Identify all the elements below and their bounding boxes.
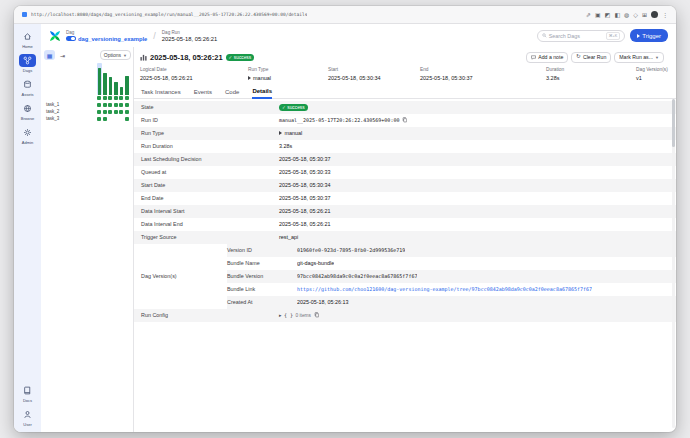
tab-details[interactable]: Details xyxy=(252,88,272,99)
task-instance-square[interactable] xyxy=(97,110,101,114)
extension-icon-1[interactable]: ▣ xyxy=(595,12,601,18)
run-duration-bar[interactable] xyxy=(109,77,113,95)
task-instance-square[interactable] xyxy=(97,103,101,107)
extension-icon-3[interactable]: ◧ xyxy=(614,12,620,18)
mark-run-label: Mark Run as... xyxy=(619,54,653,60)
extension-icon-5[interactable]: ◇ xyxy=(633,12,638,18)
task-instance-square[interactable] xyxy=(108,110,112,114)
expand-icon[interactable]: ▸ xyxy=(279,312,282,318)
sidebar-item-browse[interactable]: Browse xyxy=(14,102,41,121)
grid-view-button[interactable]: ▦ xyxy=(44,50,55,60)
trigger-button[interactable]: Trigger xyxy=(630,29,668,42)
sidebar-item-admin[interactable]: Admin xyxy=(14,126,41,145)
assets-icon xyxy=(19,78,36,91)
task-instance-square xyxy=(119,117,123,121)
sidebar-item-dags[interactable]: Dags xyxy=(14,54,41,73)
dag-run-column[interactable] xyxy=(119,63,124,95)
share-icon[interactable]: ⇗ xyxy=(586,12,591,18)
run-state-slot xyxy=(108,96,113,101)
browser-window: http://localhost:8080/dags/dag_versionin… xyxy=(14,6,676,432)
user-icon xyxy=(19,408,36,421)
details-table: State ✓ success Run ID manual__2025-05-1… xyxy=(134,101,676,322)
task-instance-square[interactable] xyxy=(119,110,123,114)
add-note-button[interactable]: Add a note xyxy=(526,52,568,63)
task-instance-square[interactable] xyxy=(125,110,129,114)
nav-rail: Home Dags Assets Browse xyxy=(14,24,41,432)
address-bar[interactable]: http://localhost:8080/dags/dag_versionin… xyxy=(31,12,307,17)
run-state-slot xyxy=(103,96,108,101)
run-duration-bar[interactable] xyxy=(98,68,102,95)
task-instance-square[interactable] xyxy=(125,117,129,121)
sidebar-label: Assets xyxy=(21,92,33,97)
mark-run-as-button[interactable]: Mark Run as... ▼ xyxy=(614,52,664,63)
extension-icon-4[interactable]: ◍ xyxy=(624,12,629,18)
profile-avatar[interactable] xyxy=(651,11,658,18)
tab-task-instances[interactable]: Task Instances xyxy=(141,89,181,98)
run-duration-bar[interactable] xyxy=(125,76,129,95)
run-state-square[interactable] xyxy=(119,96,123,100)
app-header: Dag dag_versioning_example / Dag Run 202… xyxy=(41,24,676,47)
task-name[interactable]: task_3 xyxy=(44,116,97,121)
task-instance-square[interactable] xyxy=(114,110,118,114)
sidebar-item-docs[interactable]: Docs xyxy=(14,384,41,403)
dag-run-column[interactable] xyxy=(103,63,108,95)
clear-run-button[interactable]: ↻ Clear Run xyxy=(571,52,611,63)
task-instance-square[interactable] xyxy=(114,103,118,107)
task-name[interactable]: task_1 xyxy=(44,102,97,107)
copy-icon[interactable] xyxy=(314,312,320,318)
dag-run-column[interactable] xyxy=(97,63,102,95)
scrollbar-thumb[interactable] xyxy=(672,99,675,147)
bundle-link[interactable]: https://github.com/choo121600/dag-versio… xyxy=(297,286,592,292)
search-shortcut-hint: ⌘+K xyxy=(606,32,620,40)
tab-events[interactable]: Events xyxy=(194,89,212,98)
task-instance-square[interactable] xyxy=(119,103,123,107)
task-instance-square[interactable] xyxy=(125,103,129,107)
run-state-square[interactable] xyxy=(114,96,118,100)
airflow-logo-icon[interactable] xyxy=(49,30,61,42)
copy-icon[interactable] xyxy=(402,117,408,123)
sidebar-item-assets[interactable]: Assets xyxy=(14,78,41,97)
task-name[interactable]: task_2 xyxy=(44,109,97,114)
extension-icon-2[interactable]: ◩ xyxy=(605,12,611,18)
run-state-square[interactable] xyxy=(125,96,129,100)
run-state-slot xyxy=(119,96,124,101)
task-instance-square[interactable] xyxy=(108,103,112,107)
table-row-trigger-source: Trigger Source rest_api xyxy=(134,231,676,244)
task-instance-square[interactable] xyxy=(97,117,101,121)
options-dropdown[interactable]: Options ▼ xyxy=(100,50,131,60)
run-state-square[interactable] xyxy=(97,96,101,100)
run-state-square[interactable] xyxy=(108,96,112,100)
menu-icon[interactable]: ⋮ xyxy=(662,12,668,18)
run-duration-bar[interactable] xyxy=(120,87,124,95)
clear-run-label: Clear Run xyxy=(583,54,606,60)
extensions-puzzle-icon[interactable]: ⊞ xyxy=(642,12,647,18)
run-state-square[interactable] xyxy=(103,96,107,100)
task-instance-slot xyxy=(119,110,124,114)
dag-run-column[interactable] xyxy=(108,63,113,95)
add-note-label: Add a note xyxy=(538,54,563,60)
collapse-panel-button[interactable]: ⇥ xyxy=(57,50,68,60)
options-label: Options xyxy=(104,52,121,58)
table-row-state: State ✓ success xyxy=(134,101,676,114)
dag-name-link[interactable]: dag_versioning_example xyxy=(78,36,147,42)
dag-run-column[interactable] xyxy=(114,63,119,95)
run-duration-bar[interactable] xyxy=(103,73,107,95)
sidebar-item-home[interactable]: Home xyxy=(14,30,41,49)
sidebar-item-user[interactable]: User xyxy=(14,408,41,427)
browse-icon xyxy=(19,102,36,115)
task-instance-square[interactable] xyxy=(103,110,107,114)
dag-pause-toggle[interactable] xyxy=(66,36,76,42)
run-duration-bar[interactable] xyxy=(114,82,118,95)
browser-toolbar: http://localhost:8080/dags/dag_versionin… xyxy=(14,6,676,24)
scrollbar[interactable] xyxy=(672,99,675,428)
dag-run-column[interactable] xyxy=(125,63,130,95)
task-row: task_3 xyxy=(44,115,131,122)
task-instance-square[interactable] xyxy=(103,117,107,121)
search-input[interactable]: Search Dags ⌘+K xyxy=(537,30,625,42)
tab-code[interactable]: Code xyxy=(225,89,239,98)
breadcrumb-dag-run: Dag Run 2025-05-18, 05:26:21 xyxy=(162,30,217,42)
run-state-slot xyxy=(97,96,102,101)
task-instance-square[interactable] xyxy=(103,103,107,107)
table-row-version-id: Version ID 01960fe0-923d-7895-8fb0-2d999… xyxy=(227,244,676,257)
site-info-icon[interactable] xyxy=(22,12,27,17)
